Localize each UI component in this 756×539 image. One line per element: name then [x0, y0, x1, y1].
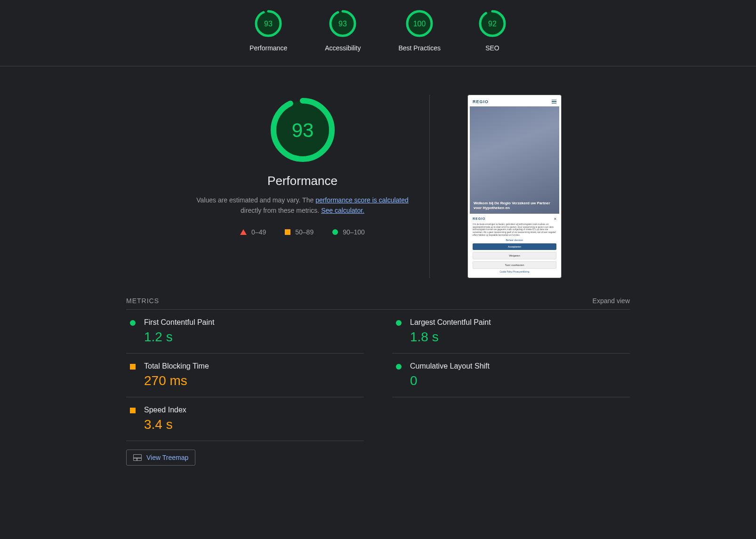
svg-text:100: 100: [413, 20, 426, 28]
see-calculator-link[interactable]: See calculator.: [321, 207, 364, 214]
triangle-icon: [240, 229, 247, 235]
gauge-circle-icon: 93: [254, 9, 282, 38]
page-screenshot: REGIO Welkom bij De Regio Verzekerd uw P…: [467, 95, 562, 278]
score-calculated-link[interactable]: performance score is calculated: [315, 196, 409, 204]
gauge-best-practices[interactable]: 100 Best Practices: [398, 9, 440, 52]
gauge-circle-icon: 100: [405, 9, 434, 38]
expand-view-toggle[interactable]: Expand view: [593, 297, 630, 305]
metrics-section: METRICS Expand view First Contentful Pai…: [107, 297, 649, 484]
gauge-circle-icon: 93: [329, 9, 357, 38]
cookie-prefs-button: Toon voorkeuren: [473, 261, 556, 269]
legend-good: 90–100: [332, 228, 365, 236]
performance-title: Performance: [267, 174, 338, 188]
treemap-icon: [133, 454, 142, 461]
square-icon: [285, 229, 290, 235]
cookie-logo: REGIO: [473, 217, 486, 220]
cookie-manage-link: Beheer diensten: [473, 239, 556, 241]
svg-text:93: 93: [338, 20, 347, 28]
cookie-footer-links: Cookie Policy Privacyverklaring: [473, 271, 556, 273]
cookie-accept-button: Accepteren: [473, 243, 556, 250]
circle-icon: [396, 364, 402, 370]
phone-cookie-banner: REGIO × Om de beste ervaringen te bieden…: [470, 214, 559, 276]
view-treemap-button[interactable]: View Treemap: [126, 450, 195, 466]
cookie-deny-button: Weigeren: [473, 252, 556, 259]
gauge-performance[interactable]: 93 Performance: [249, 9, 287, 52]
metric-name: Largest Contentful Paint: [410, 318, 491, 327]
metric-name: First Contentful Paint: [144, 318, 214, 327]
square-icon: [130, 408, 136, 413]
legend-average: 50–89: [285, 228, 314, 236]
metrics-grid: First Contentful Paint 1.2 s Largest Con…: [126, 310, 630, 441]
cookie-text: Om de beste ervaringen te bieden, gebrui…: [473, 223, 556, 237]
hamburger-icon: [552, 100, 556, 104]
metric-speed-index[interactable]: Speed Index 3.4 s: [126, 397, 364, 441]
circle-icon: [396, 320, 402, 326]
circle-icon: [332, 229, 338, 235]
phone-hero: REGIO Welkom bij De Regio Verzekerd uw P…: [470, 97, 559, 214]
gauge-seo[interactable]: 92 SEO: [478, 9, 507, 52]
svg-text:93: 93: [264, 20, 273, 28]
gauge-circle-icon: 92: [478, 9, 507, 38]
metric-value: 1.8 s: [410, 330, 491, 345]
circle-icon: [130, 320, 136, 326]
close-icon: ×: [554, 217, 556, 221]
score-legend: 0–49 50–89 90–100: [240, 228, 365, 236]
performance-block: 93 Performance Values are estimated and …: [194, 95, 430, 278]
metric-name: Cumulative Layout Shift: [410, 362, 490, 370]
phone-hero-text: Welkom bij De Regio Verzekerd uw Partner…: [474, 201, 555, 211]
metric-value: 3.4 s: [144, 417, 186, 432]
metric-name: Total Blocking Time: [144, 362, 209, 370]
gauge-accessibility[interactable]: 93 Accessibility: [325, 9, 361, 52]
category-gauges-row: 93 Performance 93 Accessibility 100 Best…: [0, 0, 756, 66]
gauge-label: Accessibility: [325, 44, 361, 52]
metrics-title: METRICS: [126, 297, 159, 305]
gauge-label: SEO: [485, 44, 499, 52]
svg-text:92: 92: [488, 20, 497, 28]
metric-value: 0: [410, 373, 490, 388]
gauge-label: Performance: [249, 44, 287, 52]
metric-tbt[interactable]: Total Blocking Time 270 ms: [126, 354, 364, 397]
gauge-label: Best Practices: [398, 44, 440, 52]
big-gauge-icon: 93: [267, 95, 338, 165]
svg-text:93: 93: [291, 119, 314, 141]
metric-value: 1.2 s: [144, 330, 214, 345]
phone-preview: REGIO Welkom bij De Regio Verzekerd uw P…: [467, 95, 562, 278]
metric-name: Speed Index: [144, 406, 186, 414]
performance-description: Values are estimated and may vary. The p…: [194, 195, 410, 216]
metric-fcp[interactable]: First Contentful Paint 1.2 s: [126, 310, 364, 354]
metrics-header: METRICS Expand view: [126, 297, 630, 310]
performance-summary-section: 93 Performance Values are estimated and …: [0, 66, 756, 297]
metric-lcp[interactable]: Largest Contentful Paint 1.8 s: [392, 310, 630, 354]
square-icon: [130, 364, 136, 370]
phone-logo: REGIO: [473, 99, 489, 104]
legend-fail: 0–49: [240, 228, 266, 236]
metric-value: 270 ms: [144, 373, 209, 388]
phone-header: REGIO: [470, 97, 559, 106]
metric-cls[interactable]: Cumulative Layout Shift 0: [392, 354, 630, 397]
